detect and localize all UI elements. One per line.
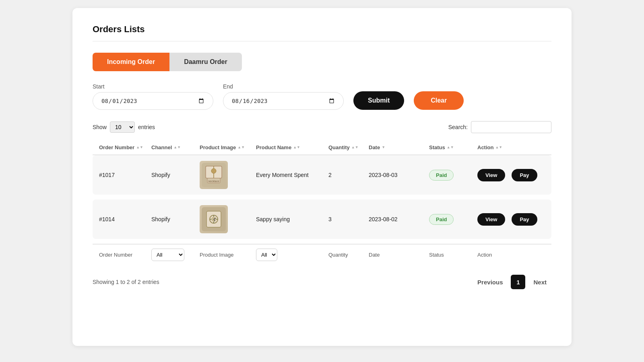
show-label: Show [93,124,107,130]
page-title: Orders Lists [93,24,551,35]
show-entries-group: Show 10 25 50 100 entries [93,121,155,133]
order-number-cell: #1014 [99,216,151,222]
end-label: End [223,83,344,90]
footer-product-name-filter[interactable]: All [256,249,277,261]
col-order-number: Order Number ▲▼ [99,144,151,150]
footer-product-image-label: Product Image [200,252,256,258]
sort-icon-action: ▲▼ [495,146,502,149]
pagination-info: Showing 1 to 2 of 2 entries [93,279,159,285]
sort-icon-status: ▲▼ [447,146,454,149]
footer-action-label: Action [477,252,550,258]
entries-label: entries [138,124,155,130]
table-row: #1014 Shopify [93,200,551,239]
product-name-cell: Every Moment Spent [256,172,328,178]
action-cell: View Pay [477,213,550,226]
col-channel: Channel ▲▼ [151,144,200,150]
table-header: Order Number ▲▼ Channel ▲▼ Product Image… [93,140,551,155]
col-status: Status ▲▼ [429,144,477,150]
date-cell: 2023-08-03 [369,172,429,178]
divider [93,41,551,41]
prev-button[interactable]: Previous [473,276,508,289]
product-image-1: necklace [200,161,228,189]
table-controls: Show 10 25 50 100 entries Search: [93,121,551,133]
status-badge: Paid [429,214,454,225]
date-cell: 2023-08-02 [369,216,429,222]
search-group: Search: [448,121,551,133]
search-label: Search: [448,124,468,130]
order-number-cell: #1017 [99,172,151,178]
footer-quantity-label: Quantity [328,252,369,258]
sort-icon-product-image: ▲▼ [237,146,245,149]
sort-icon-quantity: ▲▼ [351,146,359,149]
entries-select[interactable]: 10 25 50 100 [110,121,135,133]
product-image-2 [200,205,228,233]
col-product-name: Product Name ▲▼ [256,144,328,150]
next-button[interactable]: Next [528,276,551,289]
end-filter-group: End [223,83,344,110]
view-button-1[interactable]: View [477,169,505,181]
tabs-container: Incoming Order Daamru Order [93,53,551,71]
pagination-row: Showing 1 to 2 of 2 entries Previous 1 N… [93,275,551,289]
col-action: Action ▲▼ [477,144,550,150]
channel-cell: Shopify [151,216,200,222]
start-filter-group: Start [93,83,213,110]
col-quantity: Quantity ▲▼ [328,144,369,150]
tab-incoming-order[interactable]: Incoming Order [93,53,169,71]
product-name-cell: Sappy saying [256,216,328,222]
page-number-1[interactable]: 1 [511,275,525,289]
channel-cell: Shopify [151,172,200,178]
product-image-cell: necklace [200,161,256,189]
view-button-2[interactable]: View [477,213,505,226]
pagination-controls: Previous 1 Next [473,275,551,289]
quantity-cell: 2 [328,172,369,178]
main-card: Orders Lists Incoming Order Daamru Order… [72,8,572,346]
footer-date-label: Date [369,252,429,258]
start-date-input[interactable] [93,92,213,110]
table-row: #1017 Shopify necklace Every Moment Spen… [93,155,551,195]
sort-icon-channel: ▲▼ [173,146,181,149]
clear-button[interactable]: Clear [414,91,464,110]
footer-filters-row: Order Number All Shopify Other Product I… [93,244,551,265]
filter-row: Start End Submit Clear [93,83,551,110]
sort-icon-product-name: ▲▼ [293,146,300,149]
svg-text:necklace: necklace [208,180,219,183]
end-date-input[interactable] [223,92,344,110]
submit-button[interactable]: Submit [353,91,404,110]
status-cell: Paid [429,170,477,181]
footer-channel-filter[interactable]: All Shopify Other [151,249,184,261]
sort-icon-date: ▼ [382,146,385,149]
search-input[interactable] [471,121,551,133]
status-cell: Paid [429,214,477,225]
pay-button-2[interactable]: Pay [512,213,537,226]
table-wrapper: Order Number ▲▼ Channel ▲▼ Product Image… [93,140,551,265]
col-product-image: Product Image ▲▼ [200,144,256,150]
quantity-cell: 3 [328,216,369,222]
footer-status-label: Status [429,252,477,258]
product-image-cell [200,205,256,233]
pay-button-1[interactable]: Pay [512,169,537,181]
status-badge: Paid [429,170,454,181]
action-cell: View Pay [477,169,550,181]
sort-icon-order: ▲▼ [136,146,143,149]
footer-order-number-label: Order Number [99,252,151,258]
start-label: Start [93,83,213,90]
col-date: Date ▼ [369,144,429,150]
svg-point-2 [211,169,216,173]
tab-daamru-order[interactable]: Daamru Order [169,53,242,71]
